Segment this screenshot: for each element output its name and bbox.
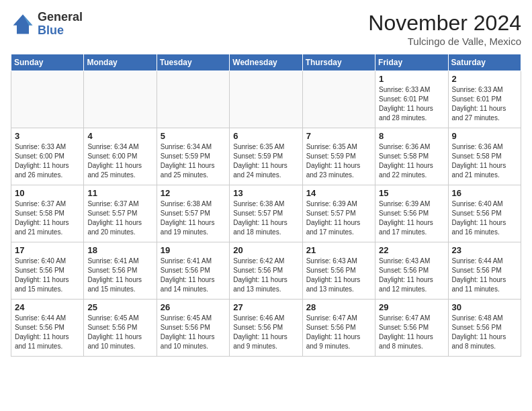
day-number: 19 (161, 245, 226, 255)
day-cell (230, 71, 302, 128)
weekday-header-sunday: Sunday (11, 54, 84, 71)
day-cell: 27Sunrise: 6:46 AM Sunset: 5:56 PM Dayli… (230, 300, 302, 357)
week-row-1: 1Sunrise: 6:33 AM Sunset: 6:01 PM Daylig… (11, 71, 521, 128)
day-cell: 26Sunrise: 6:45 AM Sunset: 5:56 PM Dayli… (157, 300, 229, 357)
page-header: General Blue November 2024 Tulcingo de V… (11, 11, 521, 47)
day-cell: 17Sunrise: 6:40 AM Sunset: 5:56 PM Dayli… (11, 242, 84, 300)
day-cell: 1Sunrise: 6:33 AM Sunset: 6:01 PM Daylig… (375, 71, 448, 128)
calendar-table: SundayMondayTuesdayWednesdayThursdayFrid… (11, 54, 521, 357)
day-number: 25 (87, 302, 152, 312)
day-info: Sunrise: 6:33 AM Sunset: 6:01 PM Dayligh… (452, 85, 517, 123)
day-info: Sunrise: 6:47 AM Sunset: 5:56 PM Dayligh… (306, 314, 371, 351)
day-cell: 20Sunrise: 6:42 AM Sunset: 5:56 PM Dayli… (230, 242, 302, 300)
day-cell: 5Sunrise: 6:34 AM Sunset: 5:59 PM Daylig… (157, 128, 229, 185)
day-number: 13 (233, 188, 298, 198)
day-info: Sunrise: 6:36 AM Sunset: 5:58 PM Dayligh… (452, 142, 517, 180)
day-info: Sunrise: 6:34 AM Sunset: 6:00 PM Dayligh… (87, 142, 152, 180)
day-number: 27 (233, 302, 298, 312)
weekday-header-monday: Monday (84, 54, 157, 71)
day-info: Sunrise: 6:41 AM Sunset: 5:56 PM Dayligh… (161, 257, 226, 294)
day-cell: 2Sunrise: 6:33 AM Sunset: 6:01 PM Daylig… (448, 71, 521, 128)
day-info: Sunrise: 6:39 AM Sunset: 5:57 PM Dayligh… (306, 199, 371, 237)
day-number: 7 (306, 131, 371, 141)
day-number: 29 (379, 302, 444, 312)
day-info: Sunrise: 6:46 AM Sunset: 5:56 PM Dayligh… (233, 314, 298, 351)
day-cell: 4Sunrise: 6:34 AM Sunset: 6:00 PM Daylig… (84, 128, 157, 185)
weekday-header-friday: Friday (375, 54, 448, 71)
day-info: Sunrise: 6:38 AM Sunset: 5:57 PM Dayligh… (233, 199, 298, 237)
day-cell: 30Sunrise: 6:48 AM Sunset: 5:56 PM Dayli… (448, 300, 521, 357)
weekday-header-saturday: Saturday (448, 54, 521, 71)
day-number: 30 (452, 302, 517, 312)
day-number: 22 (379, 245, 444, 255)
title-block: November 2024 Tulcingo de Valle, Mexico (368, 11, 521, 47)
week-row-5: 24Sunrise: 6:44 AM Sunset: 5:56 PM Dayli… (11, 300, 521, 357)
day-info: Sunrise: 6:45 AM Sunset: 5:56 PM Dayligh… (161, 314, 226, 351)
weekday-header-wednesday: Wednesday (230, 54, 302, 71)
day-number: 1 (379, 74, 444, 84)
day-cell: 13Sunrise: 6:38 AM Sunset: 5:57 PM Dayli… (230, 185, 302, 242)
day-number: 10 (15, 188, 80, 198)
day-info: Sunrise: 6:37 AM Sunset: 5:58 PM Dayligh… (15, 199, 80, 237)
day-number: 17 (15, 245, 80, 255)
day-info: Sunrise: 6:40 AM Sunset: 5:56 PM Dayligh… (15, 257, 80, 294)
day-info: Sunrise: 6:40 AM Sunset: 5:56 PM Dayligh… (452, 199, 517, 237)
day-number: 24 (15, 302, 80, 312)
day-info: Sunrise: 6:33 AM Sunset: 6:00 PM Dayligh… (15, 142, 80, 180)
logo-text: General Blue (38, 11, 83, 38)
week-row-2: 3Sunrise: 6:33 AM Sunset: 6:00 PM Daylig… (11, 128, 521, 185)
day-cell: 6Sunrise: 6:35 AM Sunset: 5:59 PM Daylig… (230, 128, 302, 185)
day-cell (157, 71, 229, 128)
day-number: 15 (379, 188, 444, 198)
day-cell (11, 71, 84, 128)
day-cell: 16Sunrise: 6:40 AM Sunset: 5:56 PM Dayli… (448, 185, 521, 242)
day-cell: 8Sunrise: 6:36 AM Sunset: 5:58 PM Daylig… (375, 128, 448, 185)
day-info: Sunrise: 6:44 AM Sunset: 5:56 PM Dayligh… (15, 314, 80, 351)
day-cell: 3Sunrise: 6:33 AM Sunset: 6:00 PM Daylig… (11, 128, 84, 185)
weekday-header-thursday: Thursday (302, 54, 375, 71)
day-number: 16 (452, 188, 517, 198)
day-info: Sunrise: 6:41 AM Sunset: 5:56 PM Dayligh… (87, 257, 152, 294)
day-info: Sunrise: 6:34 AM Sunset: 5:59 PM Dayligh… (161, 142, 226, 180)
week-row-3: 10Sunrise: 6:37 AM Sunset: 5:58 PM Dayli… (11, 185, 521, 242)
day-number: 18 (87, 245, 152, 255)
day-cell: 11Sunrise: 6:37 AM Sunset: 5:57 PM Dayli… (84, 185, 157, 242)
day-cell (84, 71, 157, 128)
day-info: Sunrise: 6:36 AM Sunset: 5:58 PM Dayligh… (379, 142, 444, 180)
logo-general: General (38, 11, 83, 24)
day-info: Sunrise: 6:45 AM Sunset: 5:56 PM Dayligh… (87, 314, 152, 351)
day-cell: 10Sunrise: 6:37 AM Sunset: 5:58 PM Dayli… (11, 185, 84, 242)
day-cell: 12Sunrise: 6:38 AM Sunset: 5:57 PM Dayli… (157, 185, 229, 242)
day-number: 2 (452, 74, 517, 84)
day-info: Sunrise: 6:35 AM Sunset: 5:59 PM Dayligh… (233, 142, 298, 180)
weekday-header-row: SundayMondayTuesdayWednesdayThursdayFrid… (11, 54, 521, 71)
day-number: 26 (161, 302, 226, 312)
logo-blue: Blue (38, 24, 83, 38)
day-cell: 9Sunrise: 6:36 AM Sunset: 5:58 PM Daylig… (448, 128, 521, 185)
logo: General Blue (11, 11, 83, 38)
day-info: Sunrise: 6:35 AM Sunset: 5:59 PM Dayligh… (306, 142, 371, 180)
day-number: 23 (452, 245, 517, 255)
day-number: 4 (87, 131, 152, 141)
day-info: Sunrise: 6:44 AM Sunset: 5:56 PM Dayligh… (452, 257, 517, 294)
day-number: 6 (233, 131, 298, 141)
day-cell: 23Sunrise: 6:44 AM Sunset: 5:56 PM Dayli… (448, 242, 521, 300)
day-number: 28 (306, 302, 371, 312)
day-number: 5 (161, 131, 226, 141)
day-info: Sunrise: 6:43 AM Sunset: 5:56 PM Dayligh… (379, 257, 444, 294)
day-cell: 21Sunrise: 6:43 AM Sunset: 5:56 PM Dayli… (302, 242, 375, 300)
day-info: Sunrise: 6:48 AM Sunset: 5:56 PM Dayligh… (452, 314, 517, 351)
day-cell: 7Sunrise: 6:35 AM Sunset: 5:59 PM Daylig… (302, 128, 375, 185)
day-number: 20 (233, 245, 298, 255)
day-cell: 22Sunrise: 6:43 AM Sunset: 5:56 PM Dayli… (375, 242, 448, 300)
weekday-header-tuesday: Tuesday (157, 54, 229, 71)
day-info: Sunrise: 6:33 AM Sunset: 6:01 PM Dayligh… (379, 85, 444, 123)
day-number: 21 (306, 245, 371, 255)
day-cell: 24Sunrise: 6:44 AM Sunset: 5:56 PM Dayli… (11, 300, 84, 357)
month-year: November 2024 (368, 11, 521, 36)
day-cell: 15Sunrise: 6:39 AM Sunset: 5:56 PM Dayli… (375, 185, 448, 242)
day-info: Sunrise: 6:42 AM Sunset: 5:56 PM Dayligh… (233, 257, 298, 294)
day-number: 3 (15, 131, 80, 141)
day-number: 14 (306, 188, 371, 198)
week-row-4: 17Sunrise: 6:40 AM Sunset: 5:56 PM Dayli… (11, 242, 521, 300)
